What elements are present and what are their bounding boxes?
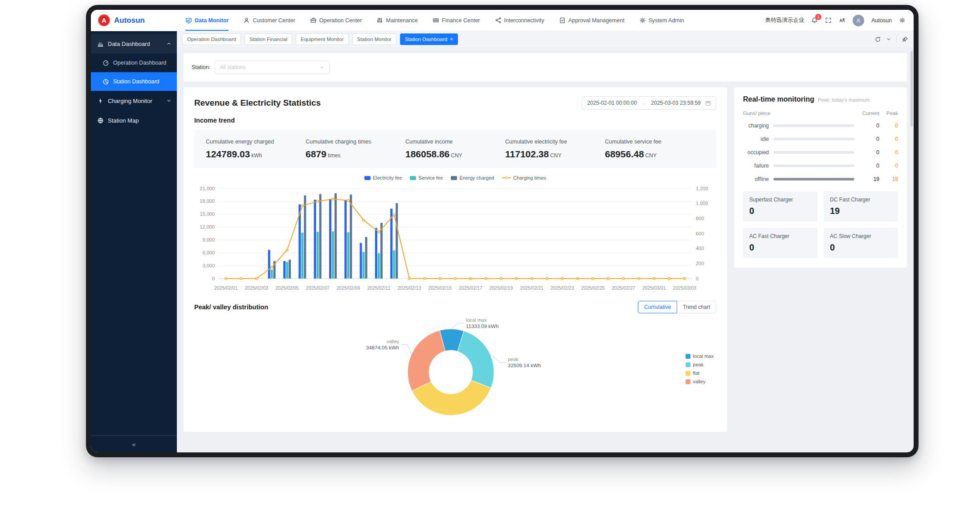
refresh-icon[interactable] bbox=[874, 36, 881, 43]
tab-label: Station Dashboard bbox=[405, 37, 447, 42]
tab-station-monitor[interactable]: Station Monitor bbox=[352, 33, 396, 45]
nav-label: Finance Center bbox=[442, 17, 480, 24]
box-label: AC Fast Charger bbox=[749, 233, 811, 239]
progress-track bbox=[773, 151, 854, 154]
nav-operation-center[interactable]: Operation Center bbox=[310, 10, 362, 31]
chevron-down-icon bbox=[319, 65, 325, 70]
nav-maintenance[interactable]: Maintenance bbox=[376, 10, 418, 31]
row-label: charging bbox=[743, 123, 769, 129]
sidebar-group-data-dashboard[interactable]: Data Dashboard bbox=[91, 34, 177, 53]
progress-track bbox=[773, 164, 854, 167]
legend-label: Electricity fee bbox=[373, 175, 402, 181]
revenue-card: Revenue & Electricity Statistics 2025-02… bbox=[184, 87, 727, 432]
legend-peak[interactable]: peak bbox=[686, 362, 714, 367]
sidebar-collapse-button[interactable]: « bbox=[91, 435, 177, 452]
legend-flat[interactable]: flat bbox=[686, 370, 714, 376]
avatar-person-icon bbox=[856, 18, 861, 23]
stat-label: Cumulative electricity fee bbox=[505, 139, 605, 145]
svg-text:21,000: 21,000 bbox=[200, 186, 215, 191]
tab-station-financial[interactable]: Station Financial bbox=[245, 33, 292, 45]
row-label: occupied bbox=[743, 149, 769, 156]
revenue-title: Revenue & Electricity Statistics bbox=[194, 98, 321, 108]
sidebar-group-charging-monitor[interactable]: Charging Monitor bbox=[91, 91, 177, 111]
charger-type-grid: Superfast Charger 0 DC Fast Charger 19 A… bbox=[743, 191, 898, 258]
top-bar-right: 奥特迅演示企业 1 Autosun bbox=[765, 15, 906, 26]
nav-label: Maintenance bbox=[386, 17, 418, 24]
nav-label: Customer Center bbox=[253, 17, 295, 24]
legend-electricity-fee[interactable]: Electricity fee bbox=[364, 175, 402, 181]
monitoring-title: Real-time monitoring bbox=[743, 95, 814, 103]
tab-operation-dashboard[interactable]: Operation Dashboard bbox=[182, 33, 241, 45]
user-name[interactable]: Autosun bbox=[871, 17, 892, 24]
app-window: A Autosun Data Monitor Customer Center O… bbox=[91, 10, 914, 452]
svg-text:600: 600 bbox=[696, 231, 704, 236]
nav-customer-center[interactable]: Customer Center bbox=[243, 10, 295, 31]
svg-text:2025/03/01: 2025/03/01 bbox=[642, 285, 666, 291]
box-value: 0 bbox=[749, 242, 811, 253]
stat-label: Cumulative charging times bbox=[306, 139, 405, 145]
settings-gear-icon[interactable] bbox=[899, 17, 906, 24]
legend-service-fee[interactable]: Service fee bbox=[410, 175, 443, 181]
current-value: 0 bbox=[859, 136, 879, 142]
legend-valley[interactable]: valley bbox=[686, 379, 714, 384]
nav-finance-center[interactable]: Finance Center bbox=[433, 10, 480, 31]
svg-text:2025/02/23: 2025/02/23 bbox=[551, 285, 574, 291]
nav-interconnectivity[interactable]: Interconnectivity bbox=[495, 10, 544, 31]
nav-data-monitor[interactable]: Data Monitor bbox=[185, 10, 229, 31]
notification-badge: 1 bbox=[815, 14, 821, 20]
current-value: 0 bbox=[859, 123, 879, 129]
stat-unit: CNY bbox=[645, 152, 657, 159]
nav-approval-management[interactable]: Approval Management bbox=[559, 10, 625, 31]
translate-icon[interactable] bbox=[839, 17, 845, 24]
box-value: 19 bbox=[830, 206, 892, 216]
stat-value: 186058.86 bbox=[405, 149, 449, 159]
pin-icon[interactable] bbox=[902, 36, 908, 43]
svg-text:peak: peak bbox=[508, 357, 519, 362]
tab-equipment-monitor[interactable]: Equipment Monitor bbox=[296, 33, 349, 45]
legend-swatch bbox=[410, 176, 416, 180]
station-filter-label: Station: bbox=[192, 64, 210, 70]
legend-label: flat bbox=[693, 370, 700, 376]
sidebar-item-label: Station Dashboard bbox=[113, 78, 159, 85]
stat-unit: kWh bbox=[251, 152, 262, 159]
clipboard-check-icon bbox=[559, 17, 566, 24]
close-icon[interactable]: × bbox=[450, 37, 453, 42]
stat-energy-charged: Cumulative energy charged 124789.03kWh bbox=[206, 139, 306, 160]
date-range-picker[interactable]: 2025-02-01 00:00:00 → 2025-03-03 23:59:5… bbox=[582, 96, 716, 110]
sidebar: Data Dashboard Operation Dashboard Stati… bbox=[91, 31, 177, 452]
legend-charging-times[interactable]: Charging times bbox=[502, 175, 546, 181]
brand[interactable]: A Autosun bbox=[98, 14, 185, 26]
scrollbar[interactable] bbox=[911, 51, 913, 127]
svg-text:12,000: 12,000 bbox=[200, 224, 215, 230]
fullscreen-icon[interactable] bbox=[825, 17, 832, 24]
legend-energy-charged[interactable]: Energy charged bbox=[451, 175, 494, 181]
sidebar-item-station-map[interactable]: Station Map bbox=[91, 111, 177, 130]
column-guns: Guns/ piece bbox=[743, 111, 770, 116]
box-value: 0 bbox=[749, 206, 811, 216]
peak-valley-toggle: Cumulative Trend chart bbox=[638, 301, 716, 313]
sidebar-item-label: Station Map bbox=[108, 117, 139, 124]
svg-text:11333.09 kWh: 11333.09 kWh bbox=[466, 324, 498, 329]
monitor-row-idle: idle 0 0 bbox=[743, 136, 898, 142]
cumulative-button[interactable]: Cumulative bbox=[638, 301, 677, 313]
chevron-up-icon bbox=[166, 41, 172, 46]
chevron-down-icon[interactable] bbox=[886, 37, 891, 42]
nav-system-admin[interactable]: System Admin bbox=[639, 10, 684, 31]
legend-label: Service fee bbox=[418, 175, 443, 181]
sidebar-item-station-dashboard[interactable]: Station Dashboard bbox=[91, 72, 177, 91]
box-ac-slow-charger: AC Slow Charger 0 bbox=[824, 228, 898, 258]
station-select[interactable]: All stations bbox=[215, 61, 330, 74]
legend-local-max[interactable]: local max bbox=[686, 353, 714, 359]
legend-swatch bbox=[686, 354, 690, 359]
svg-text:2025/02/11: 2025/02/11 bbox=[367, 285, 390, 291]
sidebar-item-operation-dashboard[interactable]: Operation Dashboard bbox=[91, 53, 177, 72]
avatar[interactable] bbox=[853, 15, 864, 26]
bell-icon[interactable]: 1 bbox=[811, 17, 818, 24]
company-name[interactable]: 奥特迅演示企业 bbox=[765, 16, 804, 24]
tab-station-dashboard[interactable]: Station Dashboard × bbox=[400, 33, 458, 45]
progress-track bbox=[773, 124, 854, 127]
column-current: Current bbox=[854, 111, 879, 116]
trend-chart-button[interactable]: Trend chart bbox=[677, 301, 716, 313]
bar-chart-icon bbox=[97, 41, 104, 47]
peak-value: 0 bbox=[884, 136, 898, 142]
